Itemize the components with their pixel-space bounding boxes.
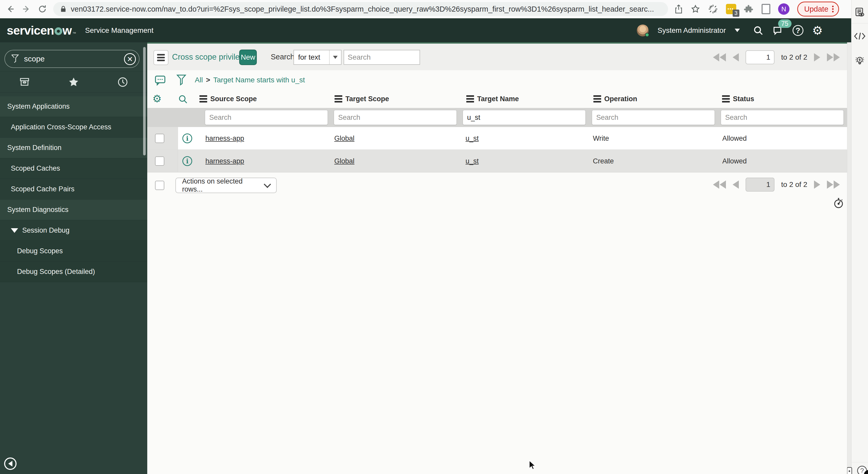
search-type-select[interactable]: for text xyxy=(293,50,342,65)
hint-lightbulb-icon[interactable] xyxy=(854,55,866,67)
column-source-scope[interactable]: Source Scope xyxy=(199,90,257,108)
filter-target-scope-input[interactable] xyxy=(334,110,457,125)
navigator-filter-input[interactable] xyxy=(24,55,109,63)
filter-status-input[interactable] xyxy=(721,110,844,125)
browser-profile-avatar[interactable]: N xyxy=(778,3,789,15)
row-info-icon[interactable]: i xyxy=(182,133,192,143)
prev-page-icon[interactable] xyxy=(733,53,739,62)
new-button[interactable]: New xyxy=(239,49,257,65)
app-header: servicenw ™ Service Management System Ad… xyxy=(0,18,851,42)
browser-menu-icon[interactable] xyxy=(832,5,834,13)
nav-item-scoped-caches[interactable]: Scoped Caches xyxy=(0,158,147,179)
cell-target-name[interactable]: u_st xyxy=(466,150,479,172)
first-page-icon[interactable] xyxy=(713,180,726,189)
table-row: i harness-app Global u_st Create Allowed xyxy=(147,150,847,172)
bookmark-star-icon[interactable] xyxy=(691,4,700,14)
tab-history[interactable] xyxy=(98,72,147,93)
next-page-icon[interactable] xyxy=(814,53,820,62)
page-number-input[interactable] xyxy=(746,178,774,192)
servicenow-logo: servicenw ™ xyxy=(7,23,76,37)
column-target-name[interactable]: Target Name xyxy=(466,90,519,108)
share-icon[interactable] xyxy=(674,4,683,14)
column-menu-icon[interactable] xyxy=(199,95,207,102)
select-all-checkbox[interactable] xyxy=(155,181,164,190)
settings-gear-icon[interactable]: ⚙ xyxy=(812,25,823,36)
reading-list-icon[interactable] xyxy=(854,7,865,18)
response-time-icon[interactable] xyxy=(833,197,844,209)
breadcrumb-filter-icon[interactable] xyxy=(176,74,187,86)
column-menu-icon[interactable] xyxy=(593,95,601,102)
row-checkbox[interactable] xyxy=(155,134,164,143)
cell-target-scope[interactable]: Global xyxy=(334,127,354,150)
row-info-icon[interactable]: i xyxy=(182,156,192,166)
column-target-scope[interactable]: Target Scope xyxy=(335,90,389,108)
first-page-icon[interactable] xyxy=(713,53,726,62)
sidebar-scrollbar[interactable] xyxy=(143,47,146,156)
list-settings-gear-icon[interactable]: ⚙ xyxy=(152,94,162,104)
page-scrollbar[interactable] xyxy=(847,18,851,474)
next-page-icon[interactable] xyxy=(814,180,820,189)
side-panel-icon[interactable] xyxy=(762,4,770,14)
browser-reload-icon[interactable] xyxy=(37,3,48,15)
extension-spinner-icon[interactable] xyxy=(708,4,718,14)
browser-back-icon[interactable] xyxy=(5,3,16,15)
product-title: Service Management xyxy=(85,26,153,35)
nav-item-session-debug[interactable]: Session Debug xyxy=(0,220,147,241)
cell-source-scope[interactable]: harness-app xyxy=(206,150,244,172)
filter-source-scope-input[interactable] xyxy=(205,110,328,125)
breadcrumb-condition-link[interactable]: Target Name starts with u_st xyxy=(213,76,305,84)
chevron-down-icon xyxy=(264,181,271,188)
filter-target-name-input[interactable] xyxy=(463,110,586,125)
nav-section-system-diagnostics[interactable]: System Diagnostics xyxy=(0,200,147,220)
column-menu-icon[interactable] xyxy=(335,95,342,102)
column-menu-icon[interactable] xyxy=(466,95,474,102)
actions-select[interactable]: Actions on selected rows... xyxy=(176,178,277,193)
navigator-filter[interactable]: ✕ xyxy=(4,50,140,68)
nav-item-debug-scopes-detailed[interactable]: Debug Scopes (Detailed) xyxy=(0,262,147,282)
user-name[interactable]: System Administrator xyxy=(657,26,726,35)
nav-section-system-applications[interactable]: System Applications xyxy=(0,96,147,117)
browser-forward-icon[interactable] xyxy=(21,3,32,15)
clear-filter-icon[interactable]: ✕ xyxy=(124,53,136,65)
cell-source-scope[interactable]: harness-app xyxy=(206,127,244,150)
address-bar[interactable]: ven03172.service-now.com/nav_to.do?uri=%… xyxy=(53,2,668,16)
column-search-icon[interactable] xyxy=(178,94,188,104)
nav-item-debug-scopes[interactable]: Debug Scopes xyxy=(0,241,147,262)
collapse-navigator-button[interactable] xyxy=(4,458,17,470)
notifications-icon[interactable]: 75 xyxy=(772,25,784,36)
list-chat-icon[interactable] xyxy=(154,74,166,86)
tab-all-applications[interactable] xyxy=(0,72,49,93)
row-range-label: to 2 of 2 xyxy=(781,180,807,189)
browser-update-button[interactable]: Update xyxy=(797,2,839,16)
list-menu-button[interactable] xyxy=(153,50,168,65)
navigator-menu: System Applications Application Cross-Sc… xyxy=(0,96,147,282)
list-search-input[interactable] xyxy=(344,50,420,65)
star-icon xyxy=(68,76,80,88)
column-status[interactable]: Status xyxy=(722,90,754,108)
extension-password-icon[interactable]: ••• 3 xyxy=(726,4,736,14)
row-checkbox[interactable] xyxy=(155,157,164,166)
breadcrumb-all-link[interactable]: All xyxy=(195,76,203,84)
nav-item-scoped-cache-pairs[interactable]: Scoped Cache Pairs xyxy=(0,179,147,200)
tab-favorites[interactable] xyxy=(49,72,98,93)
last-page-icon[interactable] xyxy=(827,180,840,189)
cell-target-scope[interactable]: Global xyxy=(334,150,354,172)
user-avatar[interactable] xyxy=(637,25,649,36)
cell-target-name[interactable]: u_st xyxy=(466,127,479,150)
nav-item-application-cross-scope-access[interactable]: Application Cross-Scope Access xyxy=(0,117,147,138)
last-page-icon[interactable] xyxy=(827,53,840,62)
mini-panel-icon[interactable] xyxy=(846,467,852,474)
pagination-top: to 2 of 2 xyxy=(713,50,840,64)
global-search-icon[interactable] xyxy=(753,25,764,36)
page-number-input[interactable] xyxy=(746,50,774,64)
prev-page-icon[interactable] xyxy=(733,180,739,189)
help-icon[interactable]: ? xyxy=(793,25,803,36)
filter-operation-input[interactable] xyxy=(592,110,715,125)
column-menu-icon[interactable] xyxy=(722,95,730,102)
column-operation[interactable]: Operation xyxy=(593,90,637,108)
extensions-puzzle-icon[interactable] xyxy=(744,4,754,14)
nav-section-system-definition[interactable]: System Definition xyxy=(0,138,147,158)
expand-triangle-icon[interactable] xyxy=(11,228,18,233)
code-panel-icon[interactable] xyxy=(854,31,866,41)
user-menu-caret-icon[interactable] xyxy=(735,29,740,32)
